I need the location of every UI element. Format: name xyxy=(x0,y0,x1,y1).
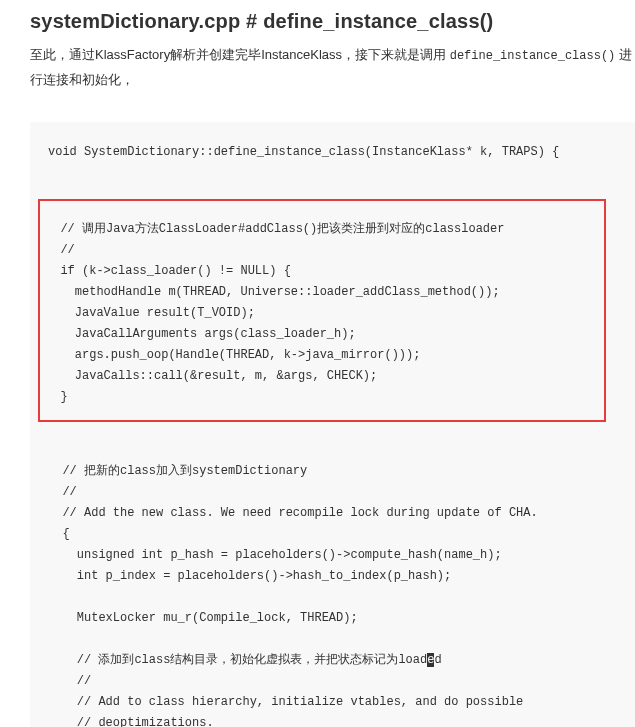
intro-paragraph: 至此，通过KlassFactory解析并创建完毕InstanceKlass，接下… xyxy=(30,43,635,92)
highlight-box: // 调用Java方法ClassLoader#addClass()把该类注册到对… xyxy=(38,199,606,422)
caret-line-post: d xyxy=(434,653,441,667)
code-block: void SystemDictionary::define_instance_c… xyxy=(30,122,635,727)
caret-line-pre: // 添加到class结构目录，初始化虚拟表，并把状态标记为load xyxy=(48,653,427,667)
intro-code: define_instance_class() xyxy=(450,49,616,63)
code-lines-a: // 把新的class加入到systemDictionary // // Add… xyxy=(48,464,538,625)
code-lines-b: // // Add to class hierarchy, initialize… xyxy=(48,674,523,727)
section-heading: systemDictionary.cpp # define_instance_c… xyxy=(30,10,635,33)
intro-text-1: 至此，通过KlassFactory解析并创建完毕InstanceKlass，接下… xyxy=(30,47,450,62)
code-signature: void SystemDictionary::define_instance_c… xyxy=(48,145,559,159)
